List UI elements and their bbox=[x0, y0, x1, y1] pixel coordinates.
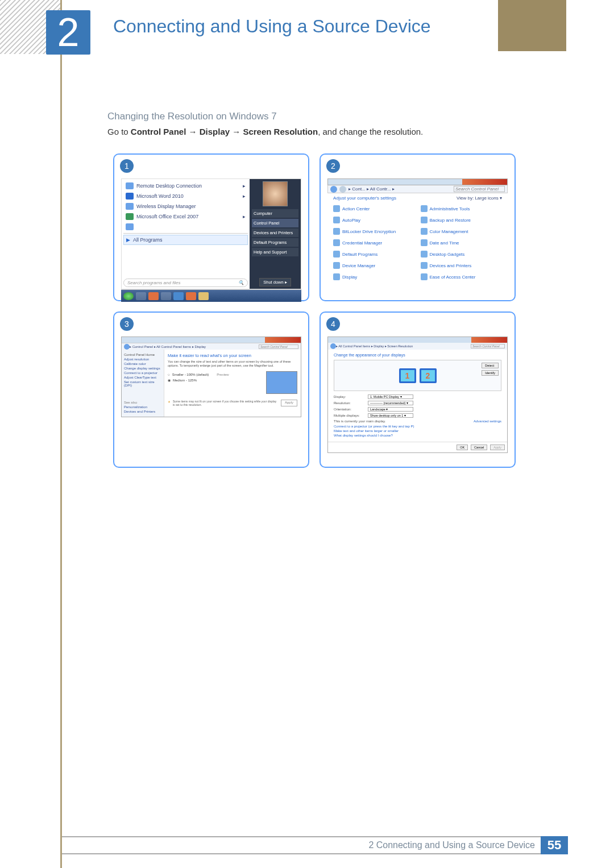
start-right-link[interactable]: Default Programs bbox=[252, 238, 298, 247]
start-menu-item[interactable]: Wireless Display Manager bbox=[123, 201, 248, 211]
taskbar-icon[interactable] bbox=[186, 292, 196, 300]
start-menu-item[interactable]: Remote Desktop Connection▸ bbox=[123, 181, 248, 191]
screenshot-panel-2: 2 ▸ Cont... ▸ All Contr... ▸ Search Cont… bbox=[320, 153, 516, 301]
sidebar-link[interactable]: Calibrate color bbox=[124, 362, 161, 366]
text-size-link[interactable]: Make text and other items larger or smal… bbox=[334, 429, 501, 433]
display-select[interactable]: 1. Mobile PC Display ▾ bbox=[368, 394, 413, 399]
cp-item[interactable]: Date and Time bbox=[421, 239, 503, 246]
back-button-icon[interactable] bbox=[330, 343, 336, 349]
device-icon bbox=[333, 262, 340, 269]
cp-item[interactable]: Credential Manager bbox=[333, 239, 415, 246]
projector-link[interactable]: Connect to a projector (or press the ⊞ k… bbox=[334, 424, 501, 428]
search-box[interactable]: Search Control Panel bbox=[259, 344, 298, 349]
window-titlebar bbox=[122, 337, 301, 343]
start-search[interactable]: Search programs and files🔍 bbox=[123, 279, 248, 287]
search-icon: 🔍 bbox=[238, 280, 244, 285]
sidebar-link[interactable]: Change display settings bbox=[124, 367, 161, 370]
advanced-settings-link[interactable]: Advanced settings bbox=[474, 420, 501, 423]
cp-item[interactable]: BitLocker Drive Encryption bbox=[333, 228, 415, 235]
app-icon bbox=[126, 223, 134, 230]
taskbar-icon[interactable] bbox=[136, 292, 146, 300]
backup-icon bbox=[421, 217, 428, 223]
breadcrumb[interactable]: ▸ Cont... ▸ All Contr... ▸ bbox=[349, 186, 395, 192]
start-menu-left: Remote Desktop Connection▸ Microsoft Wor… bbox=[122, 179, 250, 289]
cp-item[interactable]: Color Management bbox=[421, 228, 503, 235]
sidebar-link[interactable]: Adjust ClearType text bbox=[124, 376, 161, 379]
start-orb-icon[interactable] bbox=[123, 292, 134, 300]
start-menu-item[interactable]: Microsoft Word 2010▸ bbox=[123, 191, 248, 201]
orientation-select[interactable]: Landscape ▾ bbox=[368, 407, 413, 412]
radio-medium[interactable]: ◉Medium - 125% bbox=[168, 378, 262, 382]
apply-button[interactable]: Apply bbox=[281, 400, 297, 406]
start-menu-item[interactable] bbox=[123, 222, 248, 232]
start-right-link[interactable]: Help and Support bbox=[252, 248, 298, 256]
instruction-text: Go to Control Panel → Display → Screen R… bbox=[107, 127, 423, 136]
autoplay-icon bbox=[333, 217, 340, 223]
warning-text: Some items may not fit on your screen if… bbox=[173, 400, 279, 406]
back-button-icon[interactable] bbox=[330, 186, 337, 193]
address-bar: ▸ Cont... ▸ All Contr... ▸ Search Contro… bbox=[327, 185, 508, 193]
cp-item[interactable]: Backup and Restore bbox=[421, 217, 503, 223]
sidebar-header: Control Panel Home bbox=[124, 353, 161, 356]
start-menu-item[interactable]: Microsoft Office Excel 2007▸ bbox=[123, 211, 248, 222]
chapter-number-box: 2 bbox=[46, 10, 90, 55]
start-right-link[interactable]: Devices and Printers bbox=[252, 229, 298, 237]
taskbar-icon[interactable] bbox=[198, 292, 209, 300]
cp-item[interactable]: Devices and Printers bbox=[421, 262, 503, 269]
cp-item[interactable]: Action Center bbox=[333, 205, 415, 212]
search-box[interactable]: Search Control Panel bbox=[471, 344, 505, 348]
control-panel-grid: Action Center Administrative Tools AutoP… bbox=[327, 203, 508, 283]
app-icon bbox=[126, 213, 134, 220]
cp-item[interactable]: AutoPlay bbox=[333, 217, 415, 223]
help-link[interactable]: What display settings should I choose? bbox=[334, 434, 501, 437]
back-button-icon[interactable] bbox=[124, 344, 130, 350]
sidebar-link[interactable]: Devices and Printers bbox=[124, 410, 161, 413]
search-box[interactable]: Search Control Panel bbox=[454, 186, 505, 192]
sidebar-link[interactable]: Personalization bbox=[124, 405, 161, 409]
address-bar: ▸ All Control Panel Items ▸ Display ▸ Sc… bbox=[328, 343, 507, 350]
resolution-select[interactable]: ———— (recommended) ▾ bbox=[368, 401, 413, 405]
shutdown-button[interactable]: Shut down ▸ bbox=[259, 278, 291, 286]
all-programs[interactable]: ▶All Programs bbox=[123, 235, 248, 245]
cp-item[interactable]: Ease of Access Center bbox=[421, 273, 503, 280]
start-right-link[interactable]: Computer bbox=[252, 209, 298, 218]
credential-icon bbox=[333, 239, 340, 246]
display-settings-content: Make it easier to read what's on your sc… bbox=[164, 350, 301, 417]
cp-item[interactable]: Display bbox=[333, 273, 415, 280]
multi-display-select[interactable]: Show desktop only on 1 ▾ bbox=[368, 413, 413, 418]
ok-button[interactable]: OK bbox=[457, 445, 468, 450]
view-by-dropdown[interactable]: View by: Large icons ▾ bbox=[457, 196, 502, 201]
taskbar-icon[interactable] bbox=[148, 292, 159, 300]
monitor-2[interactable]: 2 bbox=[420, 368, 437, 383]
taskbar-icon[interactable] bbox=[173, 292, 184, 300]
sidebar-link[interactable]: Adjust resolution bbox=[124, 358, 161, 361]
app-icon bbox=[126, 203, 134, 210]
content-heading: Make it easier to read what's on your sc… bbox=[168, 353, 297, 358]
content-heading: Change the appearance of your displays bbox=[334, 353, 501, 357]
panel-badge: 4 bbox=[326, 317, 340, 331]
breadcrumb[interactable]: ▸ Control Panel ▸ All Control Panel Item… bbox=[130, 344, 206, 348]
warning-icon: ▲ bbox=[168, 400, 171, 406]
flag-icon bbox=[333, 205, 340, 212]
breadcrumb[interactable]: ▸ All Control Panel Items ▸ Display ▸ Sc… bbox=[336, 344, 413, 348]
cp-item[interactable]: Desktop Gadgets bbox=[421, 251, 503, 258]
cancel-button[interactable]: Cancel bbox=[471, 445, 487, 450]
sidebar-link[interactable]: Connect to a projector bbox=[124, 371, 161, 375]
monitor-1[interactable]: 1 bbox=[399, 368, 416, 383]
cp-item[interactable]: Device Manager bbox=[333, 262, 415, 269]
identify-button[interactable]: Identify bbox=[482, 370, 499, 376]
cp-item[interactable]: Administrative Tools bbox=[421, 205, 503, 212]
taskbar-icon[interactable] bbox=[161, 292, 171, 300]
apply-button[interactable]: Apply bbox=[490, 445, 505, 450]
detect-button[interactable]: Detect bbox=[482, 363, 499, 368]
field-label: Resolution: bbox=[334, 401, 368, 405]
sidebar-link[interactable]: Set custom text size (DPI) bbox=[124, 380, 161, 387]
forward-button-icon[interactable] bbox=[339, 186, 346, 193]
panel-badge: 2 bbox=[326, 159, 340, 173]
section-title: Changing the Resolution on Windows 7 bbox=[107, 111, 277, 122]
cp-item[interactable]: Default Programs bbox=[333, 251, 415, 258]
start-right-link[interactable]: Control Panel bbox=[252, 219, 298, 227]
lock-icon bbox=[333, 228, 340, 235]
page-content: 2 Connecting and Using a Source Device C… bbox=[60, 0, 566, 868]
radio-smaller[interactable]: ○Smaller - 100% (default)Preview bbox=[168, 373, 262, 376]
